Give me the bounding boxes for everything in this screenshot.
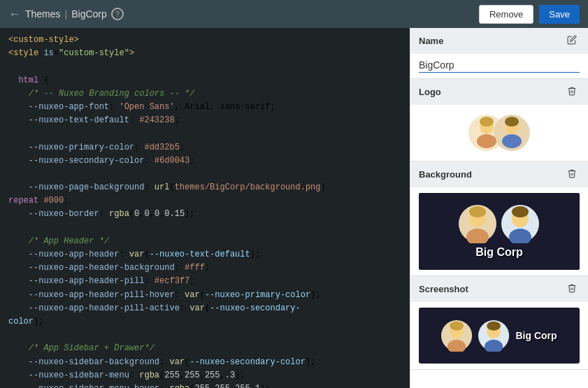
bg-preview-inner: Big Corp <box>459 205 540 259</box>
screenshot-brand-text: Big Corp <box>515 330 557 341</box>
screenshot-content: Big Corp <box>410 302 588 369</box>
logo-svg <box>457 112 541 154</box>
topbar-right: Remove Save <box>479 5 580 24</box>
back-button[interactable]: ← <box>8 7 21 22</box>
remove-button[interactable]: Remove <box>479 5 533 24</box>
bigcorp-breadcrumb: BigCorp <box>71 8 107 20</box>
bg-avatars <box>459 205 540 243</box>
svg-point-23 <box>487 321 501 330</box>
background-content: Big Corp <box>410 187 588 275</box>
svg-point-11 <box>469 206 486 217</box>
main-content: <custom-style> <style is="custom-style">… <box>0 28 588 388</box>
background-section-title: Background <box>419 169 472 180</box>
name-section-title: Name <box>419 36 443 46</box>
background-section-header: Background <box>410 161 588 187</box>
right-panel: Name BigCorp Logo <box>410 28 588 388</box>
themes-link[interactable]: Themes <box>25 8 61 20</box>
name-section: Name BigCorp <box>410 28 588 79</box>
screenshot-section-title: Screenshot <box>419 284 468 294</box>
logo-preview <box>457 112 541 154</box>
separator: | <box>65 8 68 20</box>
save-button[interactable]: Save <box>539 5 580 24</box>
screenshot-section: Screenshot <box>410 276 588 370</box>
code-content: <custom-style> <style is="custom-style">… <box>0 34 410 388</box>
logo-delete-button[interactable] <box>564 85 580 99</box>
name-section-header: Name <box>410 28 588 54</box>
name-value: BigCorp <box>419 59 580 73</box>
svg-point-15 <box>512 206 529 217</box>
logo-section: Logo <box>410 79 588 161</box>
screenshot-preview: Big Corp <box>419 308 580 364</box>
svg-point-6 <box>502 134 522 148</box>
topbar: ← Themes | BigCorp ? Remove Save <box>0 0 588 28</box>
name-edit-button[interactable] <box>564 34 580 48</box>
logo-section-title: Logo <box>419 87 441 97</box>
code-editor[interactable]: <custom-style> <style is="custom-style">… <box>0 28 410 388</box>
name-content: BigCorp <box>410 54 588 78</box>
svg-point-19 <box>450 321 464 330</box>
bg-brand-text: Big Corp <box>475 246 523 259</box>
screenshot-section-header: Screenshot <box>410 276 588 302</box>
svg-point-4 <box>480 117 494 127</box>
screenshot-delete-button[interactable] <box>564 282 580 296</box>
svg-point-3 <box>477 134 496 148</box>
background-section: Background <box>410 161 588 276</box>
logo-content <box>410 105 588 161</box>
help-icon[interactable]: ? <box>111 8 124 20</box>
topbar-left: ← Themes | BigCorp ? <box>8 7 124 22</box>
background-delete-button[interactable] <box>564 167 580 182</box>
background-preview: Big Corp <box>419 193 580 270</box>
logo-section-header: Logo <box>410 79 588 105</box>
svg-point-7 <box>505 117 519 127</box>
